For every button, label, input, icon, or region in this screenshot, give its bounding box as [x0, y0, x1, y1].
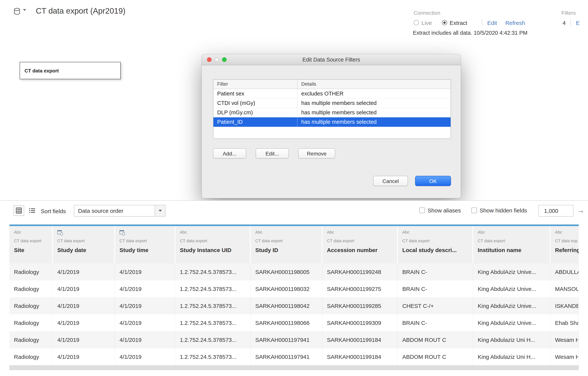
right-arrow-icon[interactable]: →	[577, 206, 584, 215]
table-cell[interactable]: King AbdulAziz Unive...	[473, 297, 550, 314]
show-aliases-label[interactable]: Show aliases	[428, 207, 461, 214]
table-cell[interactable]: 1.2.752.24.5.378573...	[175, 297, 251, 314]
column-header-study-instance-uid[interactable]: AbcCT data exportStudy Instance UID	[175, 226, 250, 263]
filter-column-header[interactable]: Filter	[213, 80, 297, 89]
list-view-button[interactable]	[27, 206, 37, 215]
grid-view-button[interactable]	[14, 205, 24, 216]
sort-order-dropdown[interactable]: Data source order	[74, 205, 166, 216]
table-cell[interactable]: ABDOM ROUT C	[398, 348, 473, 365]
table-cell[interactable]: CHEST C-/+	[398, 297, 473, 314]
filter-row-ctdi-vol-mgy[interactable]: CTDI vol (mGy)has multiple members selec…	[213, 98, 451, 108]
edit-filter-button[interactable]: Edit...	[256, 148, 289, 159]
table-cell[interactable]: 1.2.752.24.5.378573...	[175, 348, 251, 365]
table-cell[interactable]: SARKAH0001199184	[322, 331, 398, 348]
table-cell[interactable]: SARKAH0001197941	[251, 348, 322, 365]
table-cell[interactable]: 4/1/2019	[53, 348, 115, 365]
extract-radio[interactable]	[442, 20, 447, 25]
refresh-link[interactable]: Refresh	[505, 20, 525, 26]
filters-edit-link[interactable]: E	[576, 20, 580, 26]
table-cell[interactable]: Radiology	[10, 348, 53, 365]
table-cell[interactable]: 1.2.752.24.5.378573...	[175, 280, 251, 297]
zoom-icon[interactable]	[222, 57, 227, 62]
table-cell[interactable]: 4/1/2019	[53, 263, 115, 280]
ok-button[interactable]: OK	[415, 176, 451, 186]
close-icon[interactable]	[207, 57, 211, 62]
table-cell[interactable]: SARKAH0001199275	[322, 280, 398, 297]
remove-filter-button[interactable]: Remove	[298, 148, 335, 159]
table-cell[interactable]: Radiology	[10, 331, 53, 348]
extract-radio-label[interactable]: Extract	[450, 20, 467, 26]
table-cell[interactable]: SARKAH0001198032	[251, 280, 322, 297]
table-cell[interactable]: SARKAH0001198066	[251, 314, 322, 331]
table-cell[interactable]: 1.2.752.24.5.378573...	[175, 263, 251, 280]
table-cell[interactable]: Ehab Sha	[550, 314, 579, 331]
column-name: Institution name	[478, 247, 550, 253]
table-cell[interactable]: 4/1/2019	[115, 331, 175, 348]
details-column-header[interactable]: Details	[297, 80, 451, 89]
table-chip[interactable]: CT data export	[20, 62, 121, 79]
table-cell[interactable]: King AbdulAziz Unive...	[473, 263, 550, 280]
table-cell[interactable]: 4/1/2019	[53, 331, 115, 348]
live-radio-label[interactable]: Live	[421, 20, 432, 26]
table-cell[interactable]: Wesam H	[550, 348, 579, 365]
table-cell[interactable]: SARKAH0001199309	[322, 314, 398, 331]
add-filter-button[interactable]: Add...	[213, 148, 246, 159]
table-cell[interactable]: 4/1/2019	[115, 314, 175, 331]
horizontal-scrollbar[interactable]	[10, 365, 579, 370]
table-cell[interactable]: SARKAH0001199248	[322, 263, 398, 280]
table-cell[interactable]: SARKAH0001199184	[322, 348, 398, 365]
database-icon[interactable]	[14, 8, 26, 16]
table-cell[interactable]: SARKAH0001197941	[251, 331, 322, 348]
table-cell[interactable]: King AbdulAziz Unive...	[473, 314, 550, 331]
live-radio[interactable]	[414, 20, 419, 25]
table-cell[interactable]: 1.2.752.24.5.378573...	[175, 331, 251, 348]
table-cell[interactable]: ISKANDE	[550, 297, 579, 314]
filter-row-dlp-mgy-cm[interactable]: DLP (mGy.cm)has multiple members selecte…	[213, 108, 451, 117]
filter-row-patient-id[interactable]: Patient_IDhas multiple members selected	[213, 117, 451, 127]
table-cell[interactable]: MANSOU	[550, 280, 579, 297]
table-cell[interactable]: King Abdulaziz Uni H...	[473, 331, 550, 348]
table-cell[interactable]: 4/1/2019	[115, 263, 175, 280]
table-cell[interactable]: 4/1/2019	[115, 297, 175, 314]
dialog-titlebar[interactable]: Edit Data Source Filters	[202, 54, 461, 65]
column-header-local-study-descri[interactable]: AbcCT data exportLocal study descri...	[398, 226, 472, 263]
table-cell[interactable]: King Abdulaziz Uni H...	[473, 348, 550, 365]
table-cell[interactable]: Radiology	[10, 297, 53, 314]
show-hidden-fields-checkbox[interactable]	[471, 207, 477, 213]
table-cell[interactable]: Radiology	[10, 263, 53, 280]
show-hidden-fields-label[interactable]: Show hidden fields	[480, 207, 527, 214]
table-cell[interactable]: BRAIN C-	[398, 263, 473, 280]
column-header-study-time[interactable]: CT data exportStudy time	[115, 226, 175, 263]
table-cell[interactable]: 4/1/2019	[53, 280, 115, 297]
table-cell[interactable]: Wesam H	[550, 331, 579, 348]
edit-extract-link[interactable]: Edit	[487, 20, 497, 26]
show-aliases-checkbox[interactable]	[419, 207, 425, 213]
table-cell[interactable]: BRAIN C-	[398, 314, 473, 331]
table-cell[interactable]: SARKAH0001199285	[322, 297, 398, 314]
chevron-down-icon[interactable]	[155, 205, 165, 216]
column-header-referring[interactable]: AbcCT data expReferring	[550, 226, 579, 263]
cancel-button[interactable]: Cancel	[373, 176, 408, 186]
column-header-institution-name[interactable]: AbcCT data exportInstitution name	[473, 226, 550, 263]
column-header-study-id[interactable]: AbcCT data exportStudy ID	[251, 226, 322, 263]
column-header-accession-number[interactable]: AbcCT data exportAccession number	[322, 226, 397, 263]
minimize-icon[interactable]	[215, 57, 219, 62]
table-cell[interactable]: Radiology	[10, 280, 53, 297]
table-cell[interactable]: 1.2.752.24.5.378573...	[175, 314, 251, 331]
grid-body: Radiology4/1/20194/1/20191.2.752.24.5.37…	[10, 263, 579, 365]
table-cell[interactable]: ABDULLA	[550, 263, 579, 280]
column-header-study-date[interactable]: CT data exportStudy date	[53, 226, 114, 263]
table-cell[interactable]: 4/1/2019	[53, 297, 115, 314]
filter-row-patient-sex[interactable]: Patient sexexcludes OTHER	[213, 89, 451, 98]
table-cell[interactable]: BRAIN C-	[398, 280, 473, 297]
table-cell[interactable]: 4/1/2019	[53, 314, 115, 331]
table-cell[interactable]: SARKAH0001198005	[251, 263, 322, 280]
column-header-site[interactable]: AbcCT data exportSite	[10, 226, 52, 263]
table-cell[interactable]: SARKAH0001198042	[251, 297, 322, 314]
table-cell[interactable]: 4/1/2019	[115, 348, 175, 365]
table-cell[interactable]: 4/1/2019	[115, 280, 175, 297]
table-cell[interactable]: King AbdulAziz Unive...	[473, 280, 550, 297]
table-cell[interactable]: ABDOM ROUT C	[398, 331, 473, 348]
row-limit-input[interactable]	[538, 205, 574, 216]
table-cell[interactable]: Radiology	[10, 314, 53, 331]
